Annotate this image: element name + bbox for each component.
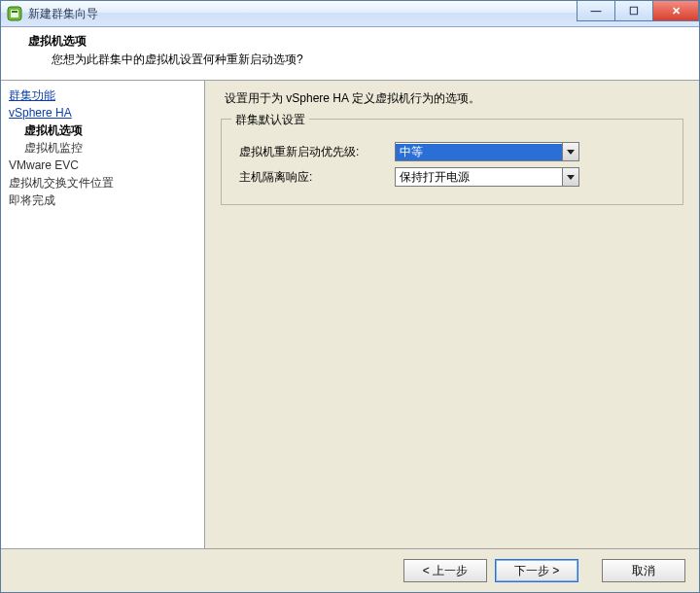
content-description: 设置用于为 vSphere HA 定义虚拟机行为的选项。	[225, 90, 685, 107]
page-subtitle: 您想为此群集中的虚拟机设置何种重新启动选项?	[28, 52, 689, 68]
cancel-button[interactable]: 取消	[602, 559, 685, 582]
fieldset-legend: 群集默认设置	[231, 112, 309, 128]
minimize-icon: —	[591, 6, 602, 17]
svg-rect-2	[12, 11, 18, 13]
wizard-window: 新建群集向导 — ☐ ✕ 虚拟机选项 您想为此群集中的虚拟机设置何种重新启动选项…	[0, 0, 700, 593]
nav-step-ready: 即将完成	[9, 193, 55, 207]
nav-step-vmware-evc: VMware EVC	[9, 158, 79, 172]
chevron-down-icon	[562, 143, 578, 160]
wizard-header: 虚拟机选项 您想为此群集中的虚拟机设置何种重新启动选项?	[1, 27, 699, 81]
maximize-icon: ☐	[629, 6, 639, 17]
cluster-default-fieldset: 群集默认设置 虚拟机重新启动优先级: 中等 主机隔离响应: 保持打开电源	[221, 119, 683, 205]
wizard-footer: < 上一步 下一步 > 取消	[1, 548, 699, 592]
select-host-isolation-value: 保持打开电源	[396, 169, 562, 186]
app-icon	[7, 6, 22, 21]
select-restart-priority[interactable]: 中等	[395, 142, 579, 161]
nav-step-vm-options: 虚拟机选项	[24, 123, 83, 137]
chevron-down-icon	[562, 168, 578, 186]
titlebar: 新建群集向导 — ☐ ✕	[1, 1, 699, 27]
row-host-isolation: 主机隔离响应: 保持打开电源	[231, 167, 673, 187]
back-button-label: < 上一步	[423, 563, 468, 579]
nav-step-vsphere-ha[interactable]: vSphere HA	[9, 106, 72, 120]
wizard-content: 设置用于为 vSphere HA 定义虚拟机行为的选项。 群集默认设置 虚拟机重…	[205, 81, 699, 548]
row-restart-priority: 虚拟机重新启动优先级: 中等	[231, 142, 673, 161]
label-restart-priority: 虚拟机重新启动优先级:	[231, 144, 395, 160]
next-button-label: 下一步 >	[514, 563, 559, 579]
select-host-isolation[interactable]: 保持打开电源	[395, 167, 579, 187]
label-host-isolation: 主机隔离响应:	[231, 169, 395, 186]
maximize-button[interactable]: ☐	[614, 1, 652, 21]
close-icon: ✕	[672, 6, 681, 17]
minimize-button[interactable]: —	[577, 1, 614, 21]
nav-step-cluster-features[interactable]: 群集功能	[9, 88, 55, 102]
wizard-steps-nav: 群集功能 vSphere HA 虚拟机选项 虚拟机监控 VMware EVC 虚…	[1, 81, 205, 548]
page-title: 虚拟机选项	[28, 33, 689, 50]
nav-step-vm-monitoring: 虚拟机监控	[24, 141, 83, 155]
window-title: 新建群集向导	[28, 6, 577, 22]
back-button[interactable]: < 上一步	[403, 559, 487, 582]
wizard-body: 群集功能 vSphere HA 虚拟机选项 虚拟机监控 VMware EVC 虚…	[1, 81, 699, 548]
cancel-button-label: 取消	[632, 563, 655, 579]
nav-step-vm-swapfile: 虚拟机交换文件位置	[9, 176, 114, 190]
next-button[interactable]: 下一步 >	[495, 559, 578, 582]
close-button[interactable]: ✕	[652, 1, 699, 21]
select-restart-priority-value: 中等	[396, 144, 562, 160]
window-controls: — ☐ ✕	[577, 1, 699, 26]
